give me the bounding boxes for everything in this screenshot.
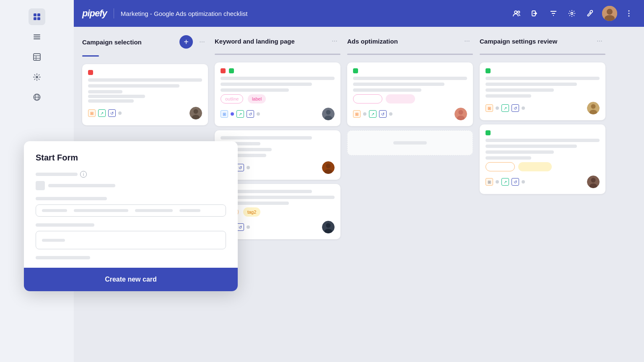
card-5[interactable]: ⊞ ↗ ↺ (347, 62, 473, 126)
people-icon-btn[interactable] (510, 7, 523, 20)
add-card-btn-1[interactable]: + (179, 35, 193, 49)
card-pill-outline-1: outline (221, 94, 243, 103)
form-input1-placeholder-1 (42, 209, 67, 212)
card2-icon-2: ↗ (236, 110, 244, 118)
column-campaign-selection: Campaign selection + ··· ⊞ ↗ (82, 35, 208, 125)
card4-pill-2: tag2 (243, 207, 260, 217)
card-8[interactable]: ⊞ ↗ ↺ (480, 124, 605, 194)
info-icon-1: i (80, 171, 87, 178)
card4-dot2 (247, 225, 250, 229)
card-tag-red-2 (221, 68, 226, 73)
user-avatar[interactable] (602, 6, 617, 21)
card8-pill-1 (486, 162, 515, 171)
card-avatar-8 (587, 176, 600, 188)
column-more-btn-2[interactable]: ··· (329, 35, 340, 47)
card5-dot1 (363, 112, 366, 116)
form-icon-row (36, 181, 226, 190)
form-field1-label-row: i (36, 171, 226, 178)
login-icon-btn[interactable] (528, 7, 542, 20)
card-skeleton-1 (88, 78, 202, 82)
card-7[interactable]: ⊞ ↗ ↺ (480, 62, 605, 120)
svg-point-35 (326, 223, 331, 228)
card5-s3 (353, 88, 421, 92)
form-input1-placeholder-2 (74, 209, 128, 212)
start-form-panel: Start Form i Create new card (24, 141, 238, 291)
card5-s2 (353, 83, 444, 86)
filter-icon-btn[interactable] (547, 7, 560, 20)
wrench-icon-btn[interactable] (584, 7, 597, 20)
card3-dot-2 (247, 166, 250, 169)
card-tag-green-2 (229, 68, 234, 73)
form-label-skeleton-3 (36, 223, 94, 227)
card2-icon-3: ↺ (247, 110, 254, 118)
card8-dot1 (496, 180, 499, 184)
card8-icon-3: ↺ (512, 178, 519, 186)
card-6-empty (347, 130, 473, 155)
card5-s1 (353, 77, 467, 80)
form-field1-icon (36, 181, 45, 190)
card2-s3 (221, 88, 289, 92)
card-avatar-3 (322, 161, 335, 174)
sidebar-item-integrations[interactable] (29, 89, 45, 106)
more-options-icon-btn[interactable] (622, 7, 636, 20)
card5-icon-3: ↺ (379, 110, 387, 118)
form-title: Start Form (36, 153, 226, 163)
card-avatar-2 (322, 108, 335, 120)
create-new-card-button[interactable]: Create new card (24, 268, 238, 291)
svg-rect-3 (37, 17, 40, 20)
column-more-btn-4[interactable]: ··· (594, 35, 605, 47)
card7-s1 (486, 77, 600, 80)
svg-point-16 (518, 11, 520, 13)
column-title-4: Campaign settings review (480, 38, 590, 45)
card-skeleton-3 (88, 90, 122, 93)
card-tag-green-7 (486, 68, 491, 73)
form-label-skeleton-1 (36, 173, 78, 176)
sidebar-item-list[interactable] (29, 28, 45, 45)
sidebar-item-grid[interactable] (29, 8, 45, 25)
column-underline-1 (82, 55, 99, 57)
card7-dot1 (496, 106, 499, 110)
form-input-2[interactable] (36, 231, 226, 249)
svg-point-11 (36, 76, 38, 78)
card2-s1 (221, 77, 335, 80)
app-header: pipefy Marketing - Google Ads optimizati… (74, 0, 644, 27)
svg-rect-5 (34, 36, 40, 38)
form-body: Start Form i (24, 141, 238, 268)
card-pill-solid-1: label (248, 94, 266, 103)
card-avatar-5 (454, 108, 467, 120)
card7-s2 (486, 83, 577, 86)
form-label-skeleton-2 (36, 197, 107, 200)
svg-rect-2 (34, 17, 36, 20)
column-underline-4 (480, 54, 605, 55)
card8-s3 (486, 150, 554, 154)
card2-dot-1 (231, 112, 234, 116)
sidebar-item-automation[interactable] (29, 69, 45, 85)
column-title-3: Ads optimization (347, 38, 458, 45)
svg-point-24 (628, 16, 630, 17)
card-tag-green-5 (353, 68, 358, 73)
settings-icon-btn[interactable] (565, 7, 579, 20)
column-more-btn-1[interactable]: ··· (196, 36, 208, 48)
card8-icon-1: ⊞ (486, 178, 493, 186)
card7-icon-2: ↗ (501, 104, 509, 112)
svg-point-41 (591, 104, 596, 109)
svg-rect-1 (37, 13, 40, 16)
svg-point-22 (628, 10, 630, 12)
header-divider (114, 8, 114, 18)
card5-icon-1: ⊞ (353, 110, 361, 118)
card-1[interactable]: ⊞ ↗ ↺ (82, 64, 208, 125)
card-dot-1 (118, 111, 122, 115)
card-2[interactable]: outline label ⊞ ↗ ↺ (215, 62, 340, 126)
svg-rect-4 (34, 34, 40, 36)
column-more-btn-3[interactable]: ··· (461, 35, 473, 47)
card-skeleton-5 (88, 99, 134, 103)
svg-point-15 (514, 11, 517, 13)
svg-point-23 (628, 13, 630, 14)
form-input2-placeholder (42, 239, 65, 242)
svg-point-38 (459, 110, 463, 115)
form-input-1[interactable] (36, 204, 226, 217)
sidebar-item-table[interactable] (29, 49, 45, 65)
column-ads-optimization: Ads optimization ··· ⊞ (347, 35, 473, 155)
form-field1-value (48, 184, 115, 187)
form-input1-placeholder-4 (179, 209, 200, 212)
